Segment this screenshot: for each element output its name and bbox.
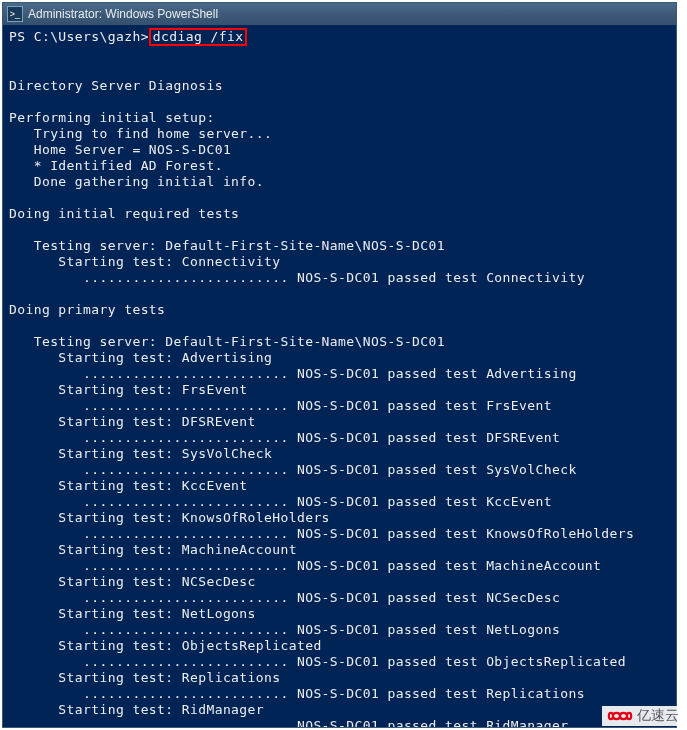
- setup-title: Performing initial setup:: [9, 110, 215, 125]
- test-result: ......................... NOS-S-DC01 pas…: [9, 398, 552, 413]
- init-test-start: Starting test: Connectivity: [9, 254, 280, 269]
- test-result: ......................... NOS-S-DC01 pas…: [9, 430, 560, 445]
- test-result: ......................... NOS-S-DC01 pas…: [9, 718, 568, 727]
- test-result: ......................... NOS-S-DC01 pas…: [9, 494, 552, 509]
- init-tests-title: Doing initial required tests: [9, 206, 239, 221]
- test-start: Starting test: NCSecDesc: [9, 574, 256, 589]
- test-result: ......................... NOS-S-DC01 pas…: [9, 654, 626, 669]
- prompt-path: PS C:\Users\gazh>: [9, 29, 149, 45]
- command-highlight: dcdiag /fix: [149, 28, 248, 46]
- watermark: 亿速云: [602, 706, 683, 726]
- titlebar[interactable]: >_ Administrator: Windows PowerShell: [3, 3, 676, 25]
- setup-line: Trying to find home server...: [9, 126, 272, 141]
- test-start: Starting test: KnowsOfRoleHolders: [9, 510, 330, 525]
- test-result: ......................... NOS-S-DC01 pas…: [9, 366, 577, 381]
- test-start: Starting test: SysVolCheck: [9, 446, 272, 461]
- test-start: Starting test: ObjectsReplicated: [9, 638, 322, 653]
- primary-title: Doing primary tests: [9, 302, 165, 317]
- test-start: Starting test: KccEvent: [9, 478, 248, 493]
- test-result: ......................... NOS-S-DC01 pas…: [9, 622, 560, 637]
- powershell-icon: >_: [7, 6, 23, 22]
- test-start: Starting test: MachineAccount: [9, 542, 297, 557]
- test-start: Starting test: FrsEvent: [9, 382, 248, 397]
- watermark-text: 亿速云: [637, 707, 679, 725]
- test-start: Starting test: RidManager: [9, 702, 264, 717]
- test-result: ......................... NOS-S-DC01 pas…: [9, 590, 560, 605]
- setup-line: * Identified AD Forest.: [9, 158, 223, 173]
- terminal-area[interactable]: PS C:\Users\gazh>dcdiag /fix Directory S…: [3, 25, 676, 727]
- setup-line: Done gathering initial info.: [9, 174, 264, 189]
- init-test-result: ......................... NOS-S-DC01 pas…: [9, 270, 585, 285]
- test-result: ......................... NOS-S-DC01 pas…: [9, 686, 585, 701]
- test-start: Starting test: NetLogons: [9, 606, 256, 621]
- output-header: Directory Server Diagnosis: [9, 78, 223, 93]
- setup-line: Home Server = NOS-S-DC01: [9, 142, 231, 157]
- window-title: Administrator: Windows PowerShell: [28, 7, 218, 21]
- test-start: Starting test: Advertising: [9, 350, 272, 365]
- primary-server-line: Testing server: Default-First-Site-Name\…: [9, 334, 445, 349]
- test-result: ......................... NOS-S-DC01 pas…: [9, 558, 601, 573]
- watermark-logo-icon: [606, 707, 634, 725]
- test-start: Starting test: DFSREvent: [9, 414, 256, 429]
- powershell-window: >_ Administrator: Windows PowerShell PS …: [2, 2, 677, 728]
- test-result: ......................... NOS-S-DC01 pas…: [9, 462, 577, 477]
- test-result: ......................... NOS-S-DC01 pas…: [9, 526, 634, 541]
- test-start: Starting test: Replications: [9, 670, 280, 685]
- init-server-line: Testing server: Default-First-Site-Name\…: [9, 238, 445, 253]
